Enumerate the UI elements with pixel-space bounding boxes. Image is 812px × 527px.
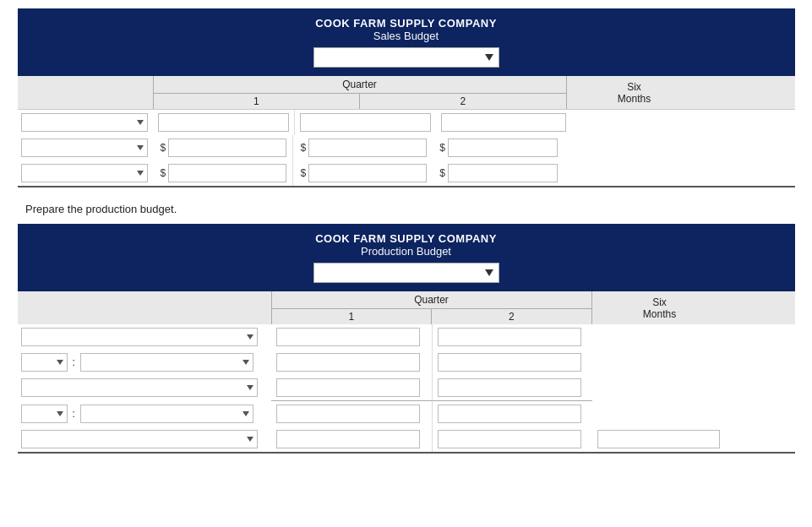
sales-row1-six-input[interactable]: [441, 113, 566, 132]
sales-quarter-label: Quarter: [154, 76, 566, 94]
sales-row1-label-dropdown[interactable]: [21, 113, 148, 132]
prod-row-3: [18, 375, 795, 400]
prod-row-1: [18, 324, 795, 350]
sales-row1-q1-input[interactable]: [158, 113, 289, 132]
prod-row1-q2-input[interactable]: [438, 328, 581, 346]
sales-row2-six-input[interactable]: [448, 139, 558, 157]
sales-col-headers: Quarter 1 2 SixMonths: [18, 76, 795, 110]
prod-row4-label-dropdown-right[interactable]: [80, 405, 253, 423]
sales-row3-six-dollar: $: [437, 167, 448, 179]
sales-row2-q2-input[interactable]: [308, 139, 427, 157]
sales-budget-section: COOK FARM SUPPLY COMPANY Sales Budget Qu…: [18, 8, 795, 187]
prod-row4-label-dropdown-left[interactable]: [21, 405, 68, 423]
sales-row-1: [18, 110, 795, 135]
prod-row-5: [18, 426, 795, 454]
sales-row2-q2-dollar: $: [298, 142, 309, 154]
sales-row3-label-dropdown[interactable]: [21, 164, 148, 182]
sales-row2-label-dropdown[interactable]: [21, 139, 148, 157]
prod-row3-q1-input[interactable]: [276, 378, 420, 397]
prod-quarter-label: Quarter: [272, 291, 591, 309]
sales-row3-q1-input[interactable]: [168, 164, 286, 182]
prod-row2-q2-input[interactable]: [438, 353, 581, 372]
sales-budget-header: COOK FARM SUPPLY COMPANY Sales Budget: [18, 8, 795, 76]
sales-row-2: $ $ $: [18, 135, 795, 160]
prod-budget-header: COOK FARM SUPPLY COMPANY Production Budg…: [18, 224, 795, 291]
prod-row3-q2-input[interactable]: [438, 378, 581, 397]
prod-row5-q2-input[interactable]: [438, 430, 581, 448]
prod-row5-six-input[interactable]: [597, 430, 720, 448]
sales-row3-q2-input[interactable]: [308, 164, 427, 182]
prod-row4-q1-input[interactable]: [276, 405, 420, 423]
prod-row1-q1-input[interactable]: [276, 328, 420, 346]
sales-six-months-label: SixMonths: [618, 81, 651, 105]
prepare-text: Prepare the production budget.: [25, 203, 795, 215]
sales-row2-six-dollar: $: [437, 142, 448, 154]
prod-row4-q2-input[interactable]: [438, 405, 581, 423]
sales-row1-q2-input[interactable]: [300, 113, 431, 132]
prod-row2-label-dropdown-right[interactable]: [80, 353, 253, 372]
production-budget-section: COOK FARM SUPPLY COMPANY Production Budg…: [18, 224, 795, 454]
prod-row4-colon: :: [71, 408, 77, 420]
prod-six-months-label: SixMonths: [643, 296, 676, 320]
sales-budget-title: Sales Budget: [25, 30, 788, 42]
prod-row5-q1-input[interactable]: [276, 430, 420, 448]
prod-row1-label-dropdown[interactable]: [21, 328, 258, 346]
sales-row2-q1-dollar: $: [158, 142, 169, 154]
sales-header-dropdown[interactable]: [313, 47, 499, 68]
prod-header-dropdown[interactable]: [313, 263, 499, 283]
prod-row2-label-dropdown-left[interactable]: [21, 353, 68, 372]
prod-row2-colon: :: [71, 356, 77, 368]
prod-row5-label-dropdown[interactable]: [21, 430, 258, 448]
prod-budget-title: Production Budget: [25, 245, 788, 258]
sales-row-3: $ $ $: [18, 160, 795, 187]
sales-row3-six-input[interactable]: [448, 164, 558, 182]
sales-row2-q1-input[interactable]: [168, 139, 286, 157]
sales-company-name: COOK FARM SUPPLY COMPANY: [25, 17, 788, 30]
prod-q1-label: 1: [272, 309, 433, 324]
sales-q2-label: 2: [360, 94, 566, 109]
prod-row-4: :: [18, 400, 795, 426]
prod-row2-q1-input[interactable]: [276, 353, 420, 372]
prod-row3-label-dropdown[interactable]: [21, 378, 258, 397]
prod-row-2: :: [18, 350, 795, 375]
prod-company-name: COOK FARM SUPPLY COMPANY: [25, 232, 788, 245]
sales-row3-q1-dollar: $: [158, 167, 169, 179]
prod-q2-label: 2: [432, 309, 591, 324]
sales-q1-label: 1: [154, 94, 361, 109]
sales-row3-q2-dollar: $: [298, 167, 309, 179]
prod-col-headers: Quarter 1 2 SixMonths: [18, 291, 795, 324]
